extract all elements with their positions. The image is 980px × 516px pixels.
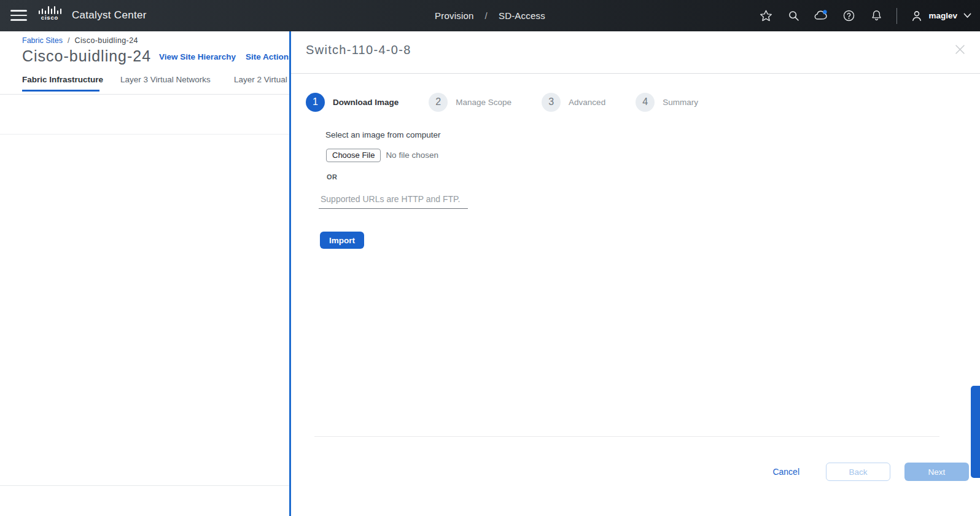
breadcrumb-current: Cisco-buidling-24 — [74, 36, 138, 45]
cloud-status-icon[interactable] — [814, 9, 828, 23]
chevron-down-icon — [963, 13, 971, 18]
breadcrumb: Fabric Sites / Cisco-buidling-24 — [22, 36, 138, 45]
cisco-logo: cisco — [36, 6, 63, 26]
breadcrumb-separator: / — [68, 36, 69, 45]
nav-page[interactable]: SD-Access — [499, 10, 545, 21]
nav-separator: / — [485, 10, 488, 21]
step-label: Advanced — [569, 98, 605, 107]
header-actions: maglev — [758, 0, 980, 31]
step-label: Manage Scope — [456, 98, 511, 107]
back-button[interactable]: Back — [826, 463, 890, 481]
site-actions-link[interactable]: Site Actions — [246, 52, 290, 61]
search-icon[interactable] — [786, 9, 801, 23]
file-input[interactable]: Choose File No file chosen — [326, 148, 438, 162]
download-image-dialog: Switch-110-4-0-8 1 Download Image 2 Mana… — [291, 31, 980, 516]
step-label: Download Image — [333, 98, 399, 107]
step-download-image[interactable]: 1 Download Image — [306, 93, 399, 112]
file-status-text: No file chosen — [386, 150, 438, 160]
cancel-button[interactable]: Cancel — [772, 467, 799, 477]
cloud-status-dot — [823, 10, 827, 14]
cisco-bridge-icon — [37, 6, 62, 15]
active-tab-indicator — [22, 90, 99, 92]
user-avatar-icon — [910, 9, 924, 23]
choose-file-button[interactable]: Choose File — [326, 149, 381, 162]
tab-layer2-virtual-networks[interactable]: Layer 2 Virtual Networks — [234, 75, 290, 84]
step-number-badge: 1 — [306, 93, 325, 112]
notifications-bell-icon[interactable] — [869, 9, 884, 23]
tab-fabric-infrastructure[interactable]: Fabric Infrastructure — [22, 75, 103, 84]
hamburger-menu-icon[interactable] — [10, 9, 27, 22]
step-label: Summary — [663, 98, 698, 107]
next-button[interactable]: Next — [904, 463, 969, 481]
dialog-footer-divider — [314, 436, 939, 437]
help-icon[interactable] — [841, 9, 856, 23]
content-bottom-divider — [0, 485, 290, 486]
app-title[interactable]: Catalyst Center — [72, 9, 147, 22]
select-image-label: Select an image from computer — [325, 130, 441, 139]
header-divider — [896, 8, 897, 24]
step-number-badge: 4 — [636, 93, 655, 112]
scrollbar-thumb[interactable] — [971, 386, 980, 478]
step-number-badge: 2 — [429, 93, 448, 112]
step-summary[interactable]: 4 Summary — [636, 93, 698, 112]
view-site-hierarchy-link[interactable]: View Site Hierarchy — [159, 52, 236, 61]
or-label: OR — [327, 173, 337, 181]
import-button[interactable]: Import — [320, 232, 364, 249]
page-title: Cisco-buidling-24 — [22, 47, 151, 65]
favorites-star-icon[interactable] — [758, 9, 773, 23]
tab-layer3-virtual-networks[interactable]: Layer 3 Virtual Networks — [120, 75, 211, 84]
close-icon[interactable] — [953, 42, 966, 56]
site-tabs: Fabric Infrastructure Layer 3 Virtual Ne… — [0, 71, 290, 94]
catalyst-center-screen: cisco Catalyst Center Provision / SD-Acc… — [0, 0, 980, 516]
step-manage-scope[interactable]: 2 Manage Scope — [429, 93, 511, 112]
image-url-input[interactable] — [319, 191, 468, 209]
cisco-wordmark: cisco — [36, 15, 63, 20]
nav-section[interactable]: Provision — [435, 10, 474, 21]
step-number-badge: 3 — [542, 93, 561, 112]
username-label: maglev — [928, 11, 957, 20]
user-menu[interactable]: maglev — [910, 9, 971, 23]
breadcrumb-fabric-sites[interactable]: Fabric Sites — [22, 36, 63, 45]
app-header: cisco Catalyst Center Provision / SD-Acc… — [0, 0, 980, 31]
content-top-divider — [0, 134, 290, 135]
dialog-header-divider — [291, 73, 980, 74]
tabs-bottom-divider — [0, 94, 290, 95]
fabric-site-page: Fabric Sites / Cisco-buidling-24 Cisco-b… — [0, 31, 290, 516]
dialog-title: Switch-110-4-0-8 — [306, 43, 411, 57]
wizard-stepper: 1 Download Image 2 Manage Scope 3 Advanc… — [306, 92, 698, 112]
step-advanced[interactable]: 3 Advanced — [542, 93, 605, 112]
